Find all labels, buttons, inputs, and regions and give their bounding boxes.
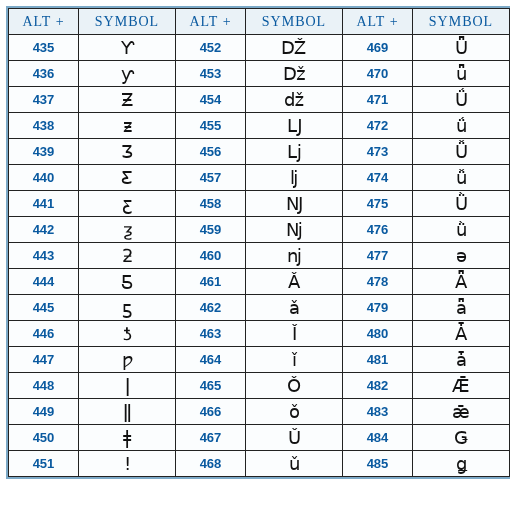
alt-code-cell: 442 <box>9 217 79 243</box>
symbol-cell: ǥ <box>413 451 510 477</box>
table-row: 436ƴ453ǅ470ǖ <box>9 61 510 87</box>
symbol-cell: ǆ <box>246 87 343 113</box>
symbol-cell: Ǖ <box>413 35 510 61</box>
alt-codes-table-wrap: ALT + SYMBOL ALT + SYMBOL ALT + SYMBOL 4… <box>6 6 510 479</box>
table-row: 450ǂ467Ǔ484Ǥ <box>9 425 510 451</box>
symbol-cell: ǟ <box>413 295 510 321</box>
alt-code-cell: 462 <box>176 295 246 321</box>
symbol-cell: ǁ <box>79 399 176 425</box>
alt-code-cell: 438 <box>9 113 79 139</box>
alt-code-cell: 483 <box>343 399 413 425</box>
table-row: 443ƻ460ǌ477ǝ <box>9 243 510 269</box>
symbol-cell: Ǟ <box>413 269 510 295</box>
symbol-cell: Ǚ <box>413 139 510 165</box>
alt-code-cell: 476 <box>343 217 413 243</box>
alt-code-cell: 449 <box>9 399 79 425</box>
table-header: ALT + SYMBOL ALT + SYMBOL ALT + SYMBOL <box>9 9 510 35</box>
symbol-cell: ƻ <box>79 243 176 269</box>
symbol-cell: ǂ <box>79 425 176 451</box>
symbol-cell: ǌ <box>246 243 343 269</box>
alt-code-cell: 473 <box>343 139 413 165</box>
symbol-cell: Ƶ <box>79 87 176 113</box>
alt-code-cell: 443 <box>9 243 79 269</box>
table-row: 446ƾ463Ǐ480Ǡ <box>9 321 510 347</box>
alt-code-cell: 447 <box>9 347 79 373</box>
alt-code-cell: 445 <box>9 295 79 321</box>
alt-code-cell: 469 <box>343 35 413 61</box>
symbol-cell: Ǣ <box>413 373 510 399</box>
table-row: 437Ƶ454ǆ471Ǘ <box>9 87 510 113</box>
alt-code-cell: 439 <box>9 139 79 165</box>
table-row: 447ƿ464ǐ481ǡ <box>9 347 510 373</box>
symbol-cell: Ƽ <box>79 269 176 295</box>
symbol-cell: ǔ <box>246 451 343 477</box>
header-alt-1: ALT + <box>9 9 79 35</box>
symbol-cell: ǐ <box>246 347 343 373</box>
symbol-cell: ǋ <box>246 217 343 243</box>
alt-code-cell: 436 <box>9 61 79 87</box>
alt-code-cell: 451 <box>9 451 79 477</box>
alt-code-cell: 458 <box>176 191 246 217</box>
table-row: 444Ƽ461Ǎ478Ǟ <box>9 269 510 295</box>
alt-code-cell: 461 <box>176 269 246 295</box>
table-row: 439Ʒ456ǈ473Ǚ <box>9 139 510 165</box>
table-body: 435Ƴ452Ǆ469Ǖ436ƴ453ǅ470ǖ437Ƶ454ǆ471Ǘ438ƶ… <box>9 35 510 477</box>
alt-code-cell: 480 <box>343 321 413 347</box>
symbol-cell: ǉ <box>246 165 343 191</box>
alt-code-cell: 481 <box>343 347 413 373</box>
alt-code-cell: 452 <box>176 35 246 61</box>
alt-code-cell: 457 <box>176 165 246 191</box>
symbol-cell: Ʒ <box>79 139 176 165</box>
symbol-cell: Ǘ <box>413 87 510 113</box>
header-alt-2: ALT + <box>176 9 246 35</box>
symbol-cell: ƿ <box>79 347 176 373</box>
symbol-cell: Ǥ <box>413 425 510 451</box>
symbol-cell: Ǌ <box>246 191 343 217</box>
symbol-cell: ǎ <box>246 295 343 321</box>
symbol-cell: Ǔ <box>246 425 343 451</box>
symbol-cell: ǝ <box>413 243 510 269</box>
alt-code-cell: 467 <box>176 425 246 451</box>
alt-code-cell: 463 <box>176 321 246 347</box>
alt-code-cell: 455 <box>176 113 246 139</box>
alt-code-cell: 472 <box>343 113 413 139</box>
symbol-cell: ƹ <box>79 191 176 217</box>
alt-code-cell: 456 <box>176 139 246 165</box>
symbol-cell: ƺ <box>79 217 176 243</box>
table-row: 442ƺ459ǋ476ǜ <box>9 217 510 243</box>
header-alt-3: ALT + <box>343 9 413 35</box>
symbol-cell: Ƹ <box>79 165 176 191</box>
symbol-cell: ǚ <box>413 165 510 191</box>
symbol-cell: ǈ <box>246 139 343 165</box>
alt-code-cell: 471 <box>343 87 413 113</box>
alt-code-cell: 466 <box>176 399 246 425</box>
alt-code-cell: 468 <box>176 451 246 477</box>
alt-code-cell: 464 <box>176 347 246 373</box>
symbol-cell: Ǐ <box>246 321 343 347</box>
alt-code-cell: 485 <box>343 451 413 477</box>
symbol-cell: ƾ <box>79 321 176 347</box>
alt-code-cell: 459 <box>176 217 246 243</box>
header-symbol-3: SYMBOL <box>413 9 510 35</box>
alt-code-cell: 470 <box>343 61 413 87</box>
alt-code-cell: 450 <box>9 425 79 451</box>
symbol-cell: ǡ <box>413 347 510 373</box>
symbol-cell: Ǜ <box>413 191 510 217</box>
symbol-cell: Ǒ <box>246 373 343 399</box>
alt-code-cell: 454 <box>176 87 246 113</box>
table-row: 438ƶ455Ǉ472ǘ <box>9 113 510 139</box>
symbol-cell: ǜ <box>413 217 510 243</box>
header-symbol-2: SYMBOL <box>246 9 343 35</box>
alt-code-cell: 474 <box>343 165 413 191</box>
symbol-cell: ƶ <box>79 113 176 139</box>
table-row: 451ǃ468ǔ485ǥ <box>9 451 510 477</box>
symbol-cell: Ǆ <box>246 35 343 61</box>
table-row: 445ƽ462ǎ479ǟ <box>9 295 510 321</box>
symbol-cell: ǣ <box>413 399 510 425</box>
symbol-cell: Ǉ <box>246 113 343 139</box>
table-row: 448ǀ465Ǒ482Ǣ <box>9 373 510 399</box>
alt-code-cell: 475 <box>343 191 413 217</box>
alt-code-cell: 482 <box>343 373 413 399</box>
symbol-cell: ǒ <box>246 399 343 425</box>
alt-code-cell: 460 <box>176 243 246 269</box>
